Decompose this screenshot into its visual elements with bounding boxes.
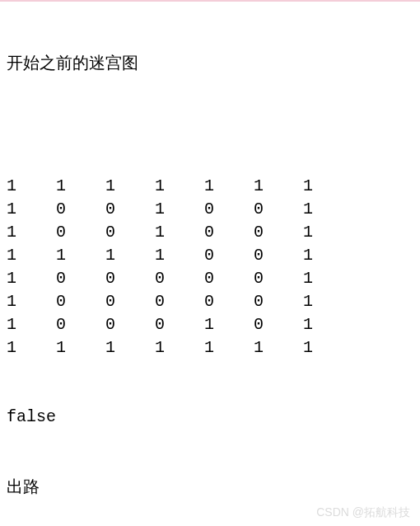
grid-row: 1 0 0 1 0 0 1 bbox=[7, 221, 413, 244]
bool-result: false bbox=[7, 406, 413, 429]
heading-exit-path: 出路 bbox=[7, 475, 413, 498]
console-output: 开始之前的迷宫图 1 1 1 1 1 1 11 0 0 1 0 0 11 0 0… bbox=[0, 2, 420, 526]
heading-before-maze: 开始之前的迷宫图 bbox=[7, 51, 413, 74]
grid-row: 1 0 0 0 0 0 1 bbox=[7, 267, 413, 290]
grid-row: 1 0 0 0 0 0 1 bbox=[7, 290, 413, 313]
grid-row: 1 0 0 1 0 0 1 bbox=[7, 198, 413, 221]
maze-grid-1: 1 1 1 1 1 1 11 0 0 1 0 0 11 0 0 1 0 0 11… bbox=[7, 175, 413, 359]
grid-row: 1 1 1 1 0 0 1 bbox=[7, 244, 413, 267]
grid-row: 1 1 1 1 1 1 1 bbox=[7, 336, 413, 359]
grid-row: 1 0 0 0 1 0 1 bbox=[7, 313, 413, 336]
grid-row: 1 1 1 1 1 1 1 bbox=[7, 175, 413, 198]
spacer bbox=[7, 122, 413, 129]
